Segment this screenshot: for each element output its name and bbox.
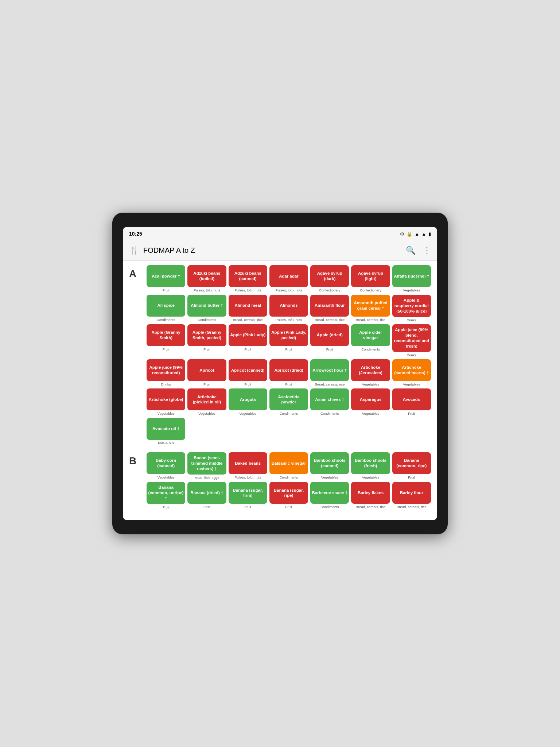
food-button[interactable]: Amaranth puffed grain cereal † — [351, 295, 390, 317]
food-category: Condiments — [280, 411, 298, 415]
food-button[interactable]: Bacon (semi-trimmed middle rashers) † — [187, 452, 226, 475]
food-button[interactable]: Apple (Pink Lady, peeled) — [269, 324, 308, 346]
lock-icon: 🔒 — [407, 231, 412, 237]
food-cell: Banana (common, unripe) †Fruit — [147, 482, 185, 509]
food-button[interactable]: Asian chives † — [310, 388, 349, 410]
food-category: Fruit — [244, 382, 251, 386]
section-A: AAcai powder †FruitAdzuki beans (boiled)… — [129, 265, 431, 445]
food-button[interactable]: Alfalfa (lucerne) † — [392, 265, 431, 287]
signal-icon: ▲ — [421, 231, 426, 237]
section-B: BBaby corn (canned)VegetablesBacon (semi… — [129, 452, 431, 509]
food-button[interactable]: Arrowroot flour † — [310, 359, 349, 381]
food-cell: Agar agarPulses, tofu, nuts — [269, 265, 308, 292]
food-cell: Artichoke (canned hearts) †Vegetables — [392, 359, 431, 386]
food-category: Confectionery — [360, 288, 381, 292]
food-button[interactable]: Apricot (dried) — [269, 359, 308, 381]
food-category: Vegetables — [321, 475, 338, 479]
food-category: Bread, cereals, rice — [233, 318, 263, 322]
food-button[interactable]: Agave syrup (light) — [351, 265, 390, 287]
food-button[interactable]: Apricot (canned) — [229, 359, 267, 381]
food-button[interactable]: Amaranth flour — [310, 295, 349, 317]
food-button[interactable]: Banana (sugar, ripe) — [269, 482, 308, 504]
food-button[interactable]: Apple (Pink Lady) — [229, 324, 267, 346]
food-button[interactable]: Avocado — [392, 388, 431, 410]
grid-wrap-B: Baby corn (canned)VegetablesBacon (semi-… — [147, 452, 431, 509]
food-button[interactable]: Adzuki beans (canned) — [229, 265, 267, 287]
food-button[interactable]: Acai powder † — [147, 265, 185, 287]
food-button[interactable]: Asparagus — [351, 388, 390, 410]
food-category: Bread, cereals, rice — [356, 505, 386, 509]
food-category: Vegetables — [403, 288, 420, 292]
food-category: Fruit — [326, 347, 333, 351]
food-cell: Amaranth puffed grain cereal †Bread, cer… — [351, 295, 390, 322]
food-button[interactable]: Apple juice (99% reconstituted) — [147, 359, 185, 381]
food-category: Fruit — [163, 505, 170, 509]
food-cell: Asafoetida powderCondiments — [269, 388, 308, 415]
food-button[interactable]: Apple juice (99% blend, reconstituted an… — [392, 324, 431, 352]
food-category: Vegetables — [158, 475, 175, 479]
food-button[interactable]: Artichoke (globe) — [147, 388, 185, 410]
food-category: Vegetables — [403, 382, 420, 386]
food-button[interactable]: Apple (Granny Smith, peeled) — [187, 324, 226, 346]
food-cell: Apple juice (99% reconstituted)Drinks — [147, 359, 185, 386]
food-cell: Artichoke (Jerusalem)Vegetables — [351, 359, 390, 386]
food-button[interactable]: Agar agar — [269, 265, 308, 287]
food-category: Fruit — [163, 347, 170, 351]
food-button[interactable]: Bamboo shoots (fresh) — [351, 452, 390, 474]
food-button[interactable]: Arugula — [229, 388, 267, 410]
food-button[interactable]: Barbecue sauce † — [310, 482, 349, 504]
food-cell: Adzuki beans (boiled)Pulses, tofu, nuts — [187, 265, 226, 292]
food-button[interactable]: Artichoke (pickled in oil) — [187, 388, 226, 410]
food-button[interactable]: Bamboo shoots (canned) — [310, 452, 349, 474]
food-button[interactable]: Almonds — [269, 295, 308, 317]
food-cell: Arrowroot flour †Bread, cereals, rice — [310, 359, 349, 386]
food-category: Fruit — [203, 382, 210, 386]
food-button[interactable]: Banana (sugar, firm) — [229, 482, 267, 504]
food-cell: Almond mealBread, cereals, rice — [229, 295, 267, 322]
food-button[interactable]: Artichoke (canned hearts) † — [392, 359, 431, 381]
food-button[interactable]: Apple (dried) — [310, 324, 349, 346]
food-button[interactable]: All spice — [147, 295, 185, 317]
food-button[interactable]: Banana (common, ripe) — [392, 452, 431, 474]
food-button[interactable]: Barley flakes — [351, 482, 390, 504]
food-cell: AsparagusVegetables — [351, 388, 390, 415]
food-category: Condiments — [361, 347, 380, 351]
food-button[interactable]: Artichoke (Jerusalem) — [351, 359, 390, 381]
food-category: Bread, cereals, rice — [397, 505, 427, 509]
food-category: Fruit — [408, 411, 415, 415]
food-cell: ArugulaVegetables — [229, 388, 267, 415]
search-icon[interactable]: 🔍 — [406, 246, 416, 255]
food-category: Pulses, tofu, nuts — [276, 318, 302, 322]
food-button[interactable]: Asafoetida powder — [269, 388, 308, 410]
food-cell: Almond butter †Condiments — [187, 295, 226, 322]
food-button[interactable]: Almond meal — [229, 295, 267, 317]
food-button[interactable]: Banana (dried) † — [187, 482, 226, 504]
food-button[interactable]: Apple cider vinegar — [351, 324, 390, 346]
food-cell: Apple juice (99% blend, reconstituted an… — [392, 324, 431, 357]
food-button[interactable]: Avocado oil † — [147, 418, 185, 440]
food-cell: Barley flakesBread, cereals, rice — [351, 482, 390, 509]
food-button[interactable]: Baby corn (canned) — [147, 452, 185, 474]
battery-icon: ▮ — [428, 231, 431, 237]
status-bar: 10:25 ⚙ 🔒 ▲ ▲ ▮ — [123, 227, 437, 240]
food-button[interactable]: Adzuki beans (boiled) — [187, 265, 226, 287]
food-cell: Asian chives †Condiments — [310, 388, 349, 415]
food-button[interactable]: Almond butter † — [187, 295, 226, 317]
food-button[interactable]: Apple (Granny Smith) — [147, 324, 185, 346]
food-category: Pulses, tofu, nuts — [234, 475, 261, 479]
food-button[interactable]: Balsamic vinegar — [269, 452, 308, 474]
food-category: Condiments — [280, 475, 298, 479]
toolbar-actions: 🔍 ⋮ — [406, 246, 431, 255]
food-category: Drinks — [407, 318, 416, 322]
food-button[interactable]: Agave syrup (dark) — [310, 265, 349, 287]
food-category: Confectionery — [319, 288, 341, 292]
food-cell: Amaranth flourBread, cereals, rice — [310, 295, 349, 322]
food-button[interactable]: Apricot — [187, 359, 226, 381]
food-button[interactable]: Barley flour — [392, 482, 431, 504]
food-button[interactable]: Apple & raspberry cordial (50-100% juice… — [392, 295, 431, 317]
food-category: Fruit — [203, 505, 210, 509]
food-cell: Baked beansPulses, tofu, nuts — [229, 452, 267, 480]
more-icon[interactable]: ⋮ — [423, 246, 431, 255]
food-button[interactable]: Baked beans — [229, 452, 267, 474]
food-button[interactable]: Banana (common, unripe) † — [147, 482, 185, 504]
